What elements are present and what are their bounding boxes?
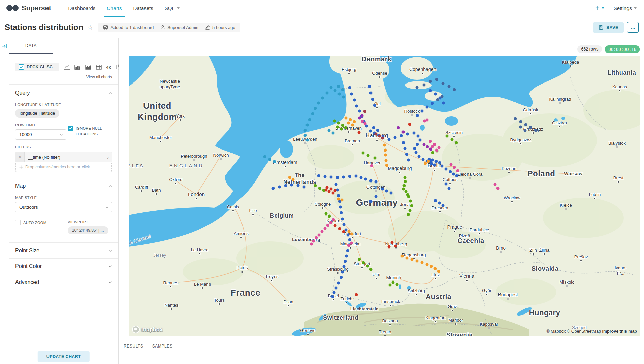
map-data-point: [361, 120, 364, 123]
map-data-point: [417, 135, 420, 138]
map-data-point: [345, 255, 348, 258]
map-data-point: [369, 179, 373, 183]
map-data-point: [330, 176, 333, 179]
viz-type-row: DECK.GL SC... 4k: [15, 63, 112, 71]
map-data-point: [369, 92, 373, 95]
map-city-dot: [439, 211, 441, 212]
nav-item-sql[interactable]: SQL: [159, 0, 185, 16]
section-map[interactable]: Map: [15, 177, 112, 190]
section-point-color[interactable]: Point Color: [15, 259, 112, 274]
map-data-point: [364, 178, 367, 181]
viz-type-label: DECK.GL SC...: [27, 65, 56, 69]
last-modified[interactable]: 5 hours ago: [205, 25, 235, 30]
collapse-panel-icon[interactable]: [2, 44, 7, 49]
nav-item-dashboards[interactable]: Dashboards: [62, 0, 101, 16]
nav-item-charts[interactable]: Charts: [101, 0, 127, 16]
map-data-point: [456, 169, 459, 172]
improve-map-link[interactable]: Improve this map: [602, 329, 637, 334]
map-data-point: [429, 148, 432, 151]
lon-lat-pill[interactable]: longitude | latitude: [15, 109, 59, 118]
update-chart-button[interactable]: UPDATE CHART: [38, 351, 90, 362]
row-limit-select[interactable]: 10000: [15, 129, 66, 140]
remove-filter-icon[interactable]: ✕: [15, 152, 25, 162]
area-chart-icon[interactable]: [85, 65, 92, 70]
section-query[interactable]: Query: [15, 85, 112, 97]
chevron-down-icon: [634, 7, 637, 9]
map-city-dot: [307, 334, 309, 335]
map-data-point: [394, 136, 397, 139]
map-city-dot: [333, 299, 334, 300]
map-data-point: [373, 104, 376, 107]
map-data-point: [340, 128, 343, 131]
view-all-charts-link[interactable]: View all charts: [15, 75, 112, 79]
mapbox-logo[interactable]: mapbox: [132, 326, 163, 333]
map-style-select[interactable]: Outdoors: [15, 202, 112, 212]
tab-data[interactable]: DATA: [9, 38, 53, 54]
tab-results[interactable]: RESULTS: [124, 344, 143, 353]
map-data-point: [331, 295, 334, 298]
map-data-point: [372, 126, 375, 129]
map-data-point: [333, 291, 336, 294]
map-city-dot: [580, 260, 582, 261]
filter-dropzone[interactable]: Drop columns/metrics here or click: [15, 162, 112, 172]
map-data-point: [363, 110, 366, 113]
dashboards-badge[interactable]: Added to 1 dashboard: [103, 25, 154, 30]
auto-zoom-checkbox-row[interactable]: AUTO ZOOM: [15, 220, 66, 226]
map-data-point: [337, 122, 340, 125]
section-point-size[interactable]: Point Size: [15, 243, 112, 258]
chevron-down-icon: [108, 281, 112, 284]
map-city-dot: [232, 210, 234, 211]
big-number-chart-icon[interactable]: 4k: [106, 65, 111, 70]
viewport-pill[interactable]: 10° 24' 49.86" | ...: [68, 226, 108, 234]
map-data-point: [404, 176, 407, 179]
new-item-button[interactable]: +: [595, 4, 604, 12]
map-city-dot: [479, 233, 480, 234]
map-data-point: [353, 99, 356, 102]
map-city-dot: [196, 198, 197, 199]
superset-logo[interactable]: Superset: [6, 4, 51, 12]
map-data-point: [416, 86, 419, 89]
mapbox-attribution-link[interactable]: © Mapbox: [546, 329, 566, 334]
map-data-point: [355, 293, 358, 296]
map-data-point: [408, 123, 411, 126]
map-data-point: [340, 211, 343, 214]
map-data-point: [347, 244, 350, 247]
chevron-down-icon: [60, 134, 63, 136]
save-button[interactable]: SAVE: [593, 22, 624, 33]
owner-badge[interactable]: Superset Admin: [160, 25, 198, 30]
favorite-star-icon[interactable]: ☆: [87, 24, 93, 31]
map-city-dot: [288, 305, 289, 306]
map-data-point: [364, 122, 367, 125]
pencil-icon: [205, 25, 210, 30]
nav-item-datasets[interactable]: Datasets: [128, 0, 159, 16]
section-advanced[interactable]: Advanced: [15, 274, 112, 290]
map-city-dot: [435, 278, 436, 279]
filter-pill[interactable]: ✕ __time (No filter) ›: [15, 152, 112, 162]
osm-attribution-link[interactable]: © OpenStreetMap: [567, 329, 601, 334]
map-data-point: [304, 129, 307, 132]
map-attribution: © Mapbox © OpenStreetMap Improve this ma…: [546, 329, 637, 334]
table-icon[interactable]: [96, 65, 102, 70]
more-options-button[interactable]: ...: [627, 22, 639, 33]
ignore-null-checkbox-row[interactable]: IGNORE NULL LOCATIONS: [68, 126, 112, 137]
map-city-dot: [348, 73, 350, 74]
bar-chart-icon[interactable]: [74, 65, 81, 70]
map-data-point: [449, 170, 452, 173]
map-data-point: [391, 241, 394, 244]
map-data-point: [529, 126, 532, 129]
mapbox-wordmark: mapbox: [141, 327, 163, 333]
tab-samples[interactable]: SAMPLES: [152, 344, 173, 353]
map-data-point: [402, 131, 405, 134]
map-data-point: [321, 97, 324, 100]
map-data-point: [442, 204, 445, 207]
map-data-point: [451, 138, 454, 141]
map-data-point: [344, 260, 347, 263]
map-data-point: [429, 80, 432, 83]
viz-type-selected[interactable]: DECK.GL SC...: [15, 63, 59, 71]
map-data-point: [345, 117, 348, 120]
map-canvas[interactable]: DenmarkLithuaniaUnited KingdomThe Nether…: [129, 56, 640, 336]
settings-menu[interactable]: Settings: [614, 5, 637, 11]
map-data-point: [341, 124, 344, 127]
line-chart-icon[interactable]: [64, 65, 70, 70]
map-data-point: [438, 202, 441, 205]
